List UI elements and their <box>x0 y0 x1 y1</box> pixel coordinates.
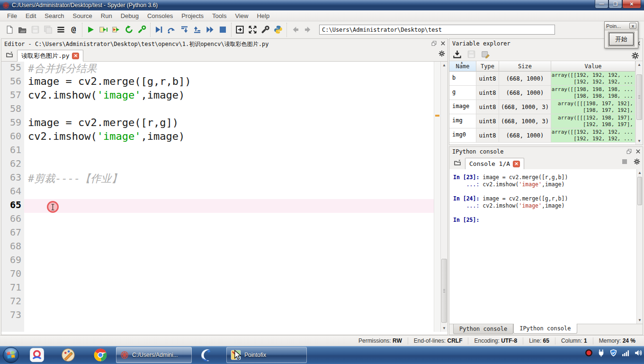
console-scroll-thumb[interactable] <box>637 177 642 205</box>
variable-name[interactable]: img <box>449 114 476 128</box>
debug-icon[interactable] <box>152 23 165 36</box>
variable-name[interactable]: b <box>449 72 476 86</box>
minimize-button[interactable]: — <box>595 0 608 9</box>
variable-type[interactable]: uint8 <box>476 100 499 114</box>
ve-options-gear-icon[interactable] <box>629 50 641 61</box>
rerun-cell-icon[interactable] <box>123 23 135 36</box>
code-line-58[interactable]: 58 <box>1 103 434 117</box>
variable-size[interactable]: (668, 1000) <box>499 86 551 100</box>
restore-button[interactable]: ❐ <box>608 0 622 9</box>
scroll-down-arrow-icon[interactable]: ▼ <box>636 137 643 145</box>
volume-icon[interactable] <box>634 349 642 359</box>
interrupt-kernel-icon[interactable] <box>621 158 628 167</box>
find-in-files-icon[interactable]: @ <box>67 23 80 36</box>
step-return-icon[interactable] <box>191 23 204 36</box>
variable-row-img[interactable]: imguint8(668, 1000, 3)array([[[192, 198,… <box>449 114 635 128</box>
remote-app-icon[interactable] <box>29 347 45 363</box>
menu-projects[interactable]: Projects <box>177 11 208 21</box>
menu-file[interactable]: File <box>3 11 21 21</box>
editor-scroll-thumb[interactable] <box>441 259 447 323</box>
tab-python-console[interactable]: Python console <box>453 324 513 334</box>
new-window-icon[interactable] <box>233 23 246 36</box>
new-file-icon[interactable] <box>3 23 16 36</box>
python-path-icon[interactable] <box>272 23 285 36</box>
close-button[interactable]: ✕ <box>622 0 641 9</box>
variable-row-g[interactable]: guint8(668, 1000)array([[198, 198, 198, … <box>449 86 635 100</box>
code-line-67[interactable]: 67 <box>1 227 434 240</box>
column-header-name[interactable]: Name▲ <box>449 61 476 72</box>
save-icon[interactable] <box>29 23 42 36</box>
code-editor[interactable]: 55#合并拆分结果56image = cv2.merge([g,r,b])57c… <box>1 62 434 332</box>
window-titlebar[interactable]: C:/Users/Administrator/Desktop/test - Sp… <box>0 0 644 10</box>
variable-type[interactable]: uint8 <box>476 72 499 86</box>
code-line-69[interactable]: 69 <box>1 254 434 268</box>
scroll-up-arrow-icon[interactable]: ▲ <box>636 61 643 68</box>
console-tab[interactable]: Console 1/A ✕ <box>465 158 524 170</box>
ve-scroll-thumb[interactable] <box>636 74 642 120</box>
open-file-icon[interactable] <box>16 23 29 36</box>
taskbar-button-spyder[interactable]: C:/Users/Admini... <box>116 347 192 363</box>
console-output[interactable]: In [23]: image = cv2.merge([r,g,b]) ...:… <box>449 169 636 324</box>
variable-row-b[interactable]: buint8(668, 1000)array([[192, 192, 192, … <box>449 72 635 86</box>
run-cell-icon[interactable] <box>97 23 110 36</box>
variable-size[interactable]: (668, 1000, 3) <box>499 114 551 128</box>
variable-size[interactable]: (668, 1000, 3) <box>499 100 551 114</box>
browse-tabs-icon[interactable] <box>3 49 16 60</box>
code-line-66[interactable]: 66 <box>1 213 434 227</box>
network-signal-icon[interactable] <box>622 349 630 359</box>
menu-consoles[interactable]: Consoles <box>143 11 177 21</box>
variable-value[interactable]: array([[[192, 198, 197], [192, 198, 197]… <box>551 114 635 128</box>
menu-search[interactable]: Search <box>40 11 68 21</box>
menu-source[interactable]: Source <box>69 11 97 21</box>
variable-type[interactable]: uint8 <box>476 86 499 100</box>
step-into-icon[interactable] <box>178 23 191 36</box>
variable-row-image[interactable]: imageuint8(668, 1000, 3)array([[[198, 19… <box>449 100 635 114</box>
code-line-72[interactable]: 72 <box>1 295 434 309</box>
column-header-value[interactable]: Value <box>551 61 635 72</box>
column-header-type[interactable]: Type <box>476 61 499 72</box>
variable-row-img0[interactable]: img0uint8(668, 1000)array([[192, 192, 19… <box>449 128 635 143</box>
console-float-icon[interactable] <box>626 148 632 156</box>
code-line-63[interactable]: 63#剪裁----【作业】 <box>1 172 434 185</box>
editor-close-icon[interactable] <box>440 40 446 48</box>
security-shield-icon[interactable] <box>609 349 617 359</box>
code-line-65[interactable]: 65 <box>1 199 434 213</box>
variable-value[interactable]: array([[192, 192, 192, ... [192, 192, 19… <box>551 128 635 143</box>
ve-vertical-scrollbar[interactable]: ▲ ▼ <box>635 61 643 145</box>
code-line-64[interactable]: 64 <box>1 185 434 199</box>
variable-size[interactable]: (668, 1000) <box>499 128 551 143</box>
editor-tab[interactable]: 读取彩色图片.py ✕ <box>17 50 83 62</box>
import-data-icon[interactable] <box>451 49 463 60</box>
code-line-55[interactable]: 55#合并拆分结果 <box>1 62 434 75</box>
editor-options-gear-icon[interactable] <box>438 50 446 59</box>
code-line-60[interactable]: 60cv2.imshow('image',image) <box>1 130 434 144</box>
preferences-icon[interactable] <box>259 23 272 36</box>
save-all-icon[interactable] <box>42 23 54 36</box>
code-line-71[interactable]: 71 <box>1 282 434 295</box>
console-tab-close-icon[interactable]: ✕ <box>513 161 520 167</box>
chrome-icon[interactable] <box>93 347 108 363</box>
pointofix-titlebar[interactable]: Poin... x <box>605 22 638 30</box>
variable-name[interactable]: img0 <box>449 128 476 143</box>
stop-debug-icon[interactable] <box>216 23 229 36</box>
scroll-down-arrow-icon[interactable]: ▼ <box>441 325 447 332</box>
variables-table[interactable]: Name▲TypeSizeValuebuint8(668, 1000)array… <box>449 61 635 145</box>
continue-icon[interactable] <box>204 23 216 36</box>
code-line-73[interactable]: 73 <box>1 309 434 323</box>
maximize-pane-icon[interactable] <box>246 23 259 36</box>
code-line-61[interactable]: 61 <box>1 144 434 158</box>
menu-tools[interactable]: Tools <box>208 11 231 21</box>
save-data-icon[interactable] <box>465 49 477 60</box>
editor-tab-close-icon[interactable]: ✕ <box>72 53 79 59</box>
forward-icon[interactable] <box>302 23 314 36</box>
pointofix-start-button[interactable]: 开始 <box>609 33 634 46</box>
menu-help[interactable]: Help <box>252 11 274 21</box>
variable-size[interactable]: (668, 1000) <box>499 72 551 86</box>
start-button-icon[interactable] <box>2 346 19 364</box>
run-cell-advance-icon[interactable] <box>110 23 123 36</box>
recording-indicator-icon[interactable] <box>585 349 593 359</box>
browse-consoles-icon[interactable] <box>451 157 464 168</box>
run-config-icon[interactable] <box>135 23 148 36</box>
code-line-62[interactable]: 62 <box>1 158 434 172</box>
console-close-icon[interactable] <box>635 148 641 156</box>
